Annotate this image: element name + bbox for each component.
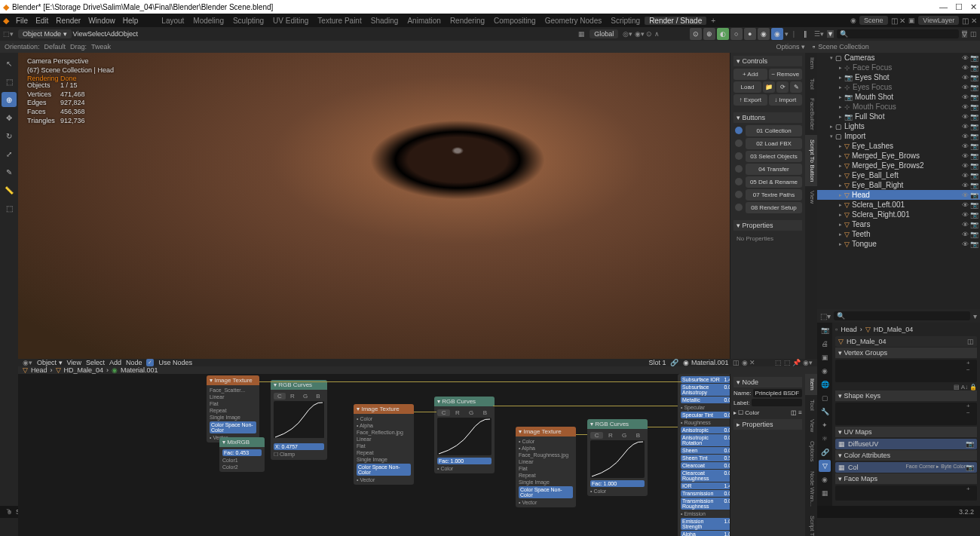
node-view[interactable]: View bbox=[67, 359, 81, 366]
global-orient[interactable]: Global bbox=[590, 29, 618, 38]
wire-shading[interactable]: ○ bbox=[730, 28, 743, 40]
n-panel-tab[interactable]: FaceBuilder bbox=[805, 93, 817, 135]
scene-selector[interactable]: Scene bbox=[859, 16, 888, 25]
outliner-tree[interactable]: ▾▢Cameras👁📷▸⊹Face Focus👁📷▸📷Eyes Shot👁📷▸⊹… bbox=[817, 53, 980, 309]
scene-collection-root[interactable]: Scene Collection bbox=[818, 43, 869, 51]
bc-material2[interactable]: Material.001 bbox=[121, 366, 158, 374]
visibility-icon[interactable]: 👁 bbox=[962, 74, 969, 81]
constraint-tab-icon[interactable]: 🔗 bbox=[819, 446, 831, 458]
outliner-type-icon[interactable]: ☰▾ bbox=[814, 30, 824, 38]
editor-type-icon[interactable]: ⬚▾ bbox=[3, 30, 14, 38]
visibility-icon[interactable]: 👁 bbox=[962, 93, 969, 101]
rem-vg-icon[interactable]: − bbox=[966, 366, 977, 373]
outliner-item[interactable]: ▸▽Teeth👁📷 bbox=[817, 229, 980, 239]
viewlayer-tab-icon[interactable]: ▣ bbox=[819, 351, 831, 363]
workspace-tab[interactable]: Geometry Nodes bbox=[541, 17, 607, 25]
visibility-icon[interactable]: 👁 bbox=[962, 221, 969, 228]
visibility-icon[interactable]: 👁 bbox=[962, 201, 969, 209]
shader-type[interactable]: Object ▾ bbox=[37, 359, 63, 366]
script-button[interactable]: 02 Load FBX bbox=[746, 138, 802, 149]
outliner-item[interactable]: ▸▽Tears👁📷 bbox=[817, 219, 980, 229]
rgb-curves-node[interactable]: ▾ RGB CurvesCRGBFac: 1.000• Color bbox=[587, 419, 648, 496]
select-menu[interactable]: Select bbox=[87, 30, 106, 38]
props-bc-obj[interactable]: Head bbox=[841, 326, 857, 333]
pause-icon[interactable]: ‖ bbox=[799, 28, 811, 40]
node-name-field[interactable]: Principled BSDF bbox=[753, 389, 802, 397]
render-icon[interactable]: 📷 bbox=[970, 172, 978, 179]
visibility-icon[interactable]: 👁 bbox=[962, 191, 969, 199]
visibility-icon[interactable]: 👁 bbox=[962, 123, 969, 130]
outliner-item[interactable]: ▸▽Tongue👁📷 bbox=[817, 239, 980, 249]
outliner-item[interactable]: ▸▽Merged_Eye_Brows👁📷 bbox=[817, 151, 980, 161]
visibility-icon[interactable]: 👁 bbox=[962, 240, 969, 248]
bc-object[interactable]: Head bbox=[31, 366, 47, 374]
outliner-item[interactable]: ▸⊹Eyes Focus👁📷 bbox=[817, 82, 980, 92]
object-menu[interactable]: Object bbox=[118, 30, 138, 38]
physics-tab-icon[interactable]: ⚛ bbox=[819, 433, 831, 445]
workspace-tab[interactable]: Compositing bbox=[489, 17, 541, 25]
math-node[interactable]: X: 0.4757☐ Clamp bbox=[271, 438, 327, 460]
data-tab-icon[interactable]: ▽ bbox=[819, 460, 831, 472]
workspace-tab[interactable]: Texture Paint bbox=[313, 17, 366, 25]
add-menu[interactable]: Add bbox=[106, 30, 118, 38]
render-icon[interactable]: 📷 bbox=[970, 221, 978, 228]
script-button[interactable]: 05 Del & Rename bbox=[746, 176, 802, 188]
render-icon[interactable]: 📷 bbox=[970, 182, 978, 189]
n-panel-tab[interactable]: Item bbox=[805, 53, 817, 74]
bc-material[interactable]: HD_Male_04 bbox=[64, 366, 104, 374]
render-icon[interactable]: 📷 bbox=[970, 240, 978, 248]
mesh-name-field[interactable]: ▽ HD_Male_04◫ bbox=[835, 336, 977, 347]
render-icon[interactable]: 📷 bbox=[970, 152, 978, 160]
menu-render[interactable]: Render bbox=[52, 17, 84, 25]
face-maps-hdr[interactable]: ▾ Face Maps bbox=[835, 473, 977, 484]
workspace-tab[interactable]: Modeling bbox=[188, 17, 228, 25]
vg-az-icon[interactable]: A↓ bbox=[961, 384, 968, 391]
visibility-icon[interactable]: 👁 bbox=[962, 231, 969, 238]
workspace-tab[interactable]: Shading bbox=[366, 17, 403, 25]
script-dot-icon[interactable] bbox=[735, 204, 743, 211]
scene-tab-icon[interactable]: ◉ bbox=[819, 365, 831, 377]
cursor-tool[interactable]: ⊕ bbox=[2, 92, 17, 107]
load-button[interactable]: Load bbox=[733, 81, 761, 93]
rendered-shading[interactable]: ◉ bbox=[771, 28, 783, 40]
tweak-tool[interactable]: ↖ bbox=[2, 56, 17, 71]
menu-file[interactable]: File bbox=[12, 17, 32, 25]
add-vg-icon[interactable]: + bbox=[966, 360, 977, 366]
visibility-icon[interactable]: 👁 bbox=[962, 84, 969, 91]
visibility-icon[interactable]: 👁 bbox=[962, 211, 969, 219]
visibility-icon[interactable]: 👁 bbox=[962, 152, 969, 160]
n-panel-tab[interactable]: Node Wran... bbox=[805, 467, 817, 511]
material-tab-icon[interactable]: ◉ bbox=[819, 473, 831, 485]
outliner-item[interactable]: ▸▽Eye_Ball_Right👁📷 bbox=[817, 180, 980, 190]
options-dropdown[interactable]: Options ▾ bbox=[776, 43, 805, 51]
add-fm-icon[interactable]: + bbox=[966, 485, 970, 492]
node-node[interactable]: Node bbox=[126, 359, 142, 366]
rotate-tool[interactable]: ↻ bbox=[2, 128, 17, 143]
n-panel-tab[interactable]: View bbox=[805, 186, 817, 208]
visibility-icon[interactable]: 👁 bbox=[962, 182, 969, 189]
visibility-icon[interactable]: 👁 bbox=[962, 142, 969, 150]
rgb-curves-node[interactable]: ▾ RGB CurvesCRGBFac: 1.000• Color bbox=[434, 397, 495, 473]
visibility-icon[interactable]: 👁 bbox=[962, 172, 969, 179]
render-icon[interactable]: 📷 bbox=[970, 54, 978, 62]
particle-tab-icon[interactable]: ✦ bbox=[819, 419, 831, 431]
drag-dropdown[interactable]: Tweak bbox=[91, 43, 111, 51]
render-icon[interactable]: 📷 bbox=[970, 64, 978, 72]
workspace-tab[interactable]: Rendering bbox=[446, 17, 489, 25]
outliner-item[interactable]: ▸📷Full Shot👁📷 bbox=[817, 112, 980, 121]
annotate-tool[interactable]: ✎ bbox=[2, 164, 17, 179]
view-menu[interactable]: View bbox=[73, 30, 87, 38]
outliner-item[interactable]: ▸▽Sclera_Left.001👁📷 bbox=[817, 200, 980, 210]
n-panel-tab[interactable]: Item bbox=[805, 374, 817, 395]
n-panel-tab[interactable]: Options bbox=[805, 436, 817, 467]
outliner-item[interactable]: ▸📷Mouth Shot👁📷 bbox=[817, 92, 980, 102]
orient-icon[interactable]: ▦ bbox=[578, 30, 585, 38]
import-button[interactable]: ↓ Import bbox=[769, 94, 803, 106]
select-box-tool[interactable]: ⬚ bbox=[2, 74, 17, 89]
n-panel-tab[interactable]: Tool bbox=[805, 395, 817, 415]
measure-tool[interactable]: 📏 bbox=[2, 182, 17, 198]
editor-type-icon[interactable]: ◉▾ bbox=[23, 359, 32, 366]
visibility-icon[interactable]: 👁 bbox=[962, 133, 969, 140]
render-icon[interactable]: 📷 bbox=[970, 133, 978, 140]
visibility-icon[interactable]: 👁 bbox=[962, 54, 969, 62]
